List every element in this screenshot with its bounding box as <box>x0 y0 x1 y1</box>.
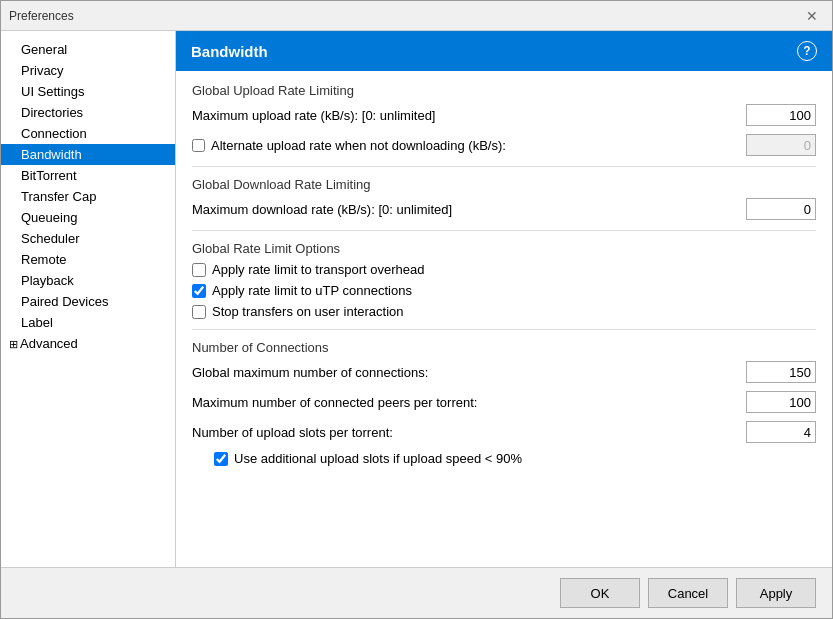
upload-section: Global Upload Rate Limiting Maximum uplo… <box>192 83 816 156</box>
sidebar-item-advanced[interactable]: ⊞Advanced <box>1 333 175 354</box>
global-max-label: Global maximum number of connections: <box>192 365 746 380</box>
utp-label: Apply rate limit to uTP connections <box>212 283 412 298</box>
upload-slots-label: Number of upload slots per torrent: <box>192 425 746 440</box>
transport-row: Apply rate limit to transport overhead <box>192 262 816 277</box>
stop-transfers-row: Stop transfers on user interaction <box>192 304 816 319</box>
sidebar-item-directories[interactable]: Directories <box>1 102 175 123</box>
sidebar-item-queueing[interactable]: Queueing <box>1 207 175 228</box>
utp-checkbox[interactable] <box>192 284 206 298</box>
sidebar-item-privacy[interactable]: Privacy <box>1 60 175 81</box>
ok-button[interactable]: OK <box>560 578 640 608</box>
sidebar-item-label[interactable]: Label <box>1 312 175 333</box>
sidebar-item-paired-devices[interactable]: Paired Devices <box>1 291 175 312</box>
main-panel: Bandwidth ? Global Upload Rate Limiting … <box>176 31 832 567</box>
max-download-input[interactable] <box>746 198 816 220</box>
window-title: Preferences <box>9 9 74 23</box>
transport-checkbox[interactable] <box>192 263 206 277</box>
title-bar: Preferences ✕ <box>1 1 832 31</box>
sidebar: GeneralPrivacyUI SettingsDirectoriesConn… <box>1 31 176 567</box>
sidebar-item-ui-settings[interactable]: UI Settings <box>1 81 175 102</box>
help-button[interactable]: ? <box>797 41 817 61</box>
transport-label: Apply rate limit to transport overhead <box>212 262 424 277</box>
max-peers-label: Maximum number of connected peers per to… <box>192 395 746 410</box>
preferences-window: Preferences ✕ GeneralPrivacyUI SettingsD… <box>0 0 833 619</box>
cancel-button[interactable]: Cancel <box>648 578 728 608</box>
additional-slots-checkbox[interactable] <box>214 452 228 466</box>
stop-transfers-label: Stop transfers on user interaction <box>212 304 404 319</box>
utp-row: Apply rate limit to uTP connections <box>192 283 816 298</box>
max-download-label: Maximum download rate (kB/s): [0: unlimi… <box>192 202 746 217</box>
alternate-upload-input[interactable] <box>746 134 816 156</box>
footer: OK Cancel Apply <box>1 567 832 618</box>
rate-limit-section: Global Rate Limit Options Apply rate lim… <box>192 241 816 319</box>
connections-section: Number of Connections Global maximum num… <box>192 340 816 466</box>
upload-slots-row: Number of upload slots per torrent: <box>192 421 816 443</box>
sidebar-item-scheduler[interactable]: Scheduler <box>1 228 175 249</box>
global-max-input[interactable] <box>746 361 816 383</box>
sidebar-item-remote[interactable]: Remote <box>1 249 175 270</box>
max-peers-input[interactable] <box>746 391 816 413</box>
expand-icon: ⊞ <box>9 338 18 351</box>
panel-content: Global Upload Rate Limiting Maximum uplo… <box>176 71 832 567</box>
additional-slots-row: Use additional upload slots if upload sp… <box>192 451 816 466</box>
panel-title: Bandwidth <box>191 43 268 60</box>
alternate-upload-checkbox[interactable] <box>192 139 205 152</box>
apply-button[interactable]: Apply <box>736 578 816 608</box>
max-upload-label: Maximum upload rate (kB/s): [0: unlimite… <box>192 108 746 123</box>
sidebar-item-connection[interactable]: Connection <box>1 123 175 144</box>
max-peers-row: Maximum number of connected peers per to… <box>192 391 816 413</box>
sidebar-item-general[interactable]: General <box>1 39 175 60</box>
content-area: GeneralPrivacyUI SettingsDirectoriesConn… <box>1 31 832 567</box>
global-max-row: Global maximum number of connections: <box>192 361 816 383</box>
alternate-upload-label: Alternate upload rate when not downloadi… <box>211 138 746 153</box>
upload-section-title: Global Upload Rate Limiting <box>192 83 816 98</box>
max-upload-input[interactable] <box>746 104 816 126</box>
download-section: Global Download Rate Limiting Maximum do… <box>192 177 816 220</box>
additional-slots-label: Use additional upload slots if upload sp… <box>234 451 522 466</box>
alternate-upload-row: Alternate upload rate when not downloadi… <box>192 134 816 156</box>
close-button[interactable]: ✕ <box>800 6 824 26</box>
max-upload-row: Maximum upload rate (kB/s): [0: unlimite… <box>192 104 816 126</box>
sidebar-item-transfer-cap[interactable]: Transfer Cap <box>1 186 175 207</box>
rate-limit-title: Global Rate Limit Options <box>192 241 816 256</box>
sidebar-item-playback[interactable]: Playback <box>1 270 175 291</box>
stop-transfers-checkbox[interactable] <box>192 305 206 319</box>
max-download-row: Maximum download rate (kB/s): [0: unlimi… <box>192 198 816 220</box>
connections-title: Number of Connections <box>192 340 816 355</box>
download-section-title: Global Download Rate Limiting <box>192 177 816 192</box>
sidebar-item-bandwidth[interactable]: Bandwidth <box>1 144 175 165</box>
panel-header: Bandwidth ? <box>176 31 832 71</box>
sidebar-item-bittorrent[interactable]: BitTorrent <box>1 165 175 186</box>
upload-slots-input[interactable] <box>746 421 816 443</box>
